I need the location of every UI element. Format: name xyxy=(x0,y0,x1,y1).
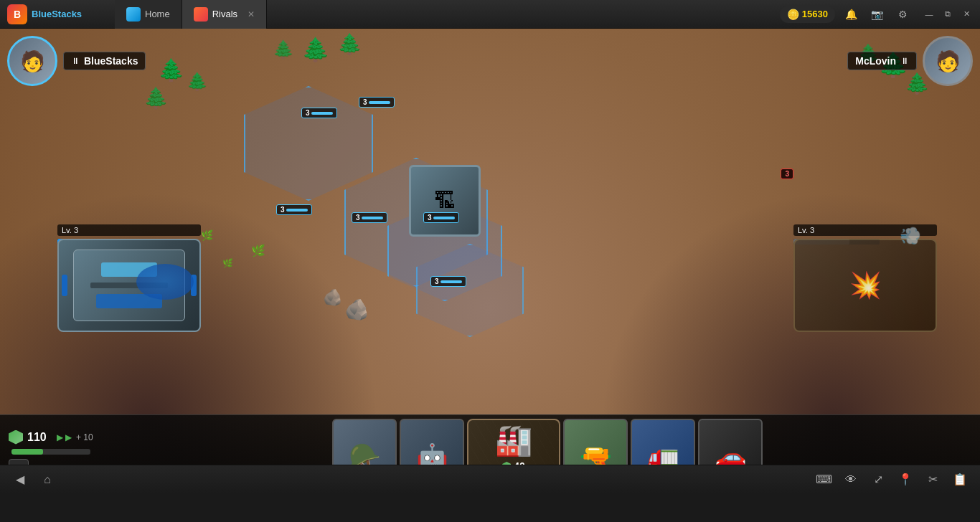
tab-close-btn[interactable]: ✕ xyxy=(248,9,255,19)
taskbar-expand-btn[interactable]: ⤢ xyxy=(867,468,890,491)
taskbar-right-icons: ⌨ 👁 ⤢ 📍 ✂ 📋 xyxy=(812,468,971,491)
minimize-btn[interactable]: — xyxy=(921,6,937,22)
unit-hp-4 xyxy=(362,217,383,219)
unit-badge-1: 3 xyxy=(301,108,337,118)
window-controls: — ⧉ ✕ xyxy=(921,6,974,22)
tree-decor-3: 🌲 xyxy=(143,86,169,110)
bluestacks-icon: B xyxy=(7,4,27,24)
titlebar: B BlueStacks Home Rivals ✕ 🪙 15630 🔔 📷 ⚙… xyxy=(0,0,980,29)
resource-bar-fill xyxy=(11,449,43,455)
resource-play-btns: ▶ ▶ xyxy=(57,432,72,442)
resource-row-main: 110 ▶ ▶ + 10 xyxy=(9,430,106,445)
unit-badge-2: 3 xyxy=(359,97,395,108)
plant-1: 🌿 xyxy=(201,229,213,241)
tree-decor-1: 🌲 xyxy=(158,57,184,82)
pause-icon-left: ⏸ xyxy=(71,56,80,66)
enemy-unit-badge: 3 xyxy=(781,169,793,179)
right-base-building: 💥 💨 xyxy=(793,239,937,332)
right-base-area: Lv. 3 💥 💨 xyxy=(793,224,937,332)
unit-count-5: 3 xyxy=(428,214,432,222)
tree-top-2: 🌲 xyxy=(337,32,362,56)
unit-count-6: 3 xyxy=(435,277,439,285)
resource-value: 110 xyxy=(27,431,52,444)
gem-icon-main xyxy=(9,430,23,445)
tab-rivals-label: Rivals xyxy=(212,9,237,19)
game-area[interactable]: 🌲 🌲 🌲 🌲 🌲 🌲 🌲 🌲 🌲 Lv. 3 xyxy=(0,29,980,493)
rocks-center: 🪨 xyxy=(344,298,369,321)
tab-home-label: Home xyxy=(145,9,170,19)
play-icon-1[interactable]: ▶ xyxy=(57,432,63,442)
unit-hp-6 xyxy=(440,280,462,283)
war-factory-art: 🏭 xyxy=(495,422,532,457)
unit-hp-3 xyxy=(286,209,308,212)
central-tower: 🏗 xyxy=(409,165,481,237)
resource-rate: + 10 xyxy=(76,432,93,442)
coin-icon: 🪙 xyxy=(787,9,799,20)
taskbar-location-btn[interactable]: 📍 xyxy=(894,468,917,491)
notification-btn[interactable]: 🔔 xyxy=(841,4,861,24)
plant-3: 🌿 xyxy=(251,244,265,257)
taskbar-back-btn[interactable]: ◀ xyxy=(9,468,32,491)
taskbar-clipboard-btn[interactable]: 📋 xyxy=(948,468,971,491)
left-level-label: Lv. 3 xyxy=(57,224,201,236)
player-right-name-badge: McLovin ⏸ xyxy=(847,52,917,70)
unit-badge-6: 3 xyxy=(430,276,466,287)
unit-count-4: 3 xyxy=(356,214,360,222)
player-hud-left: 🧑 ⏸ BlueStacks xyxy=(7,36,146,86)
taskbar-eye-btn[interactable]: 👁 xyxy=(839,468,862,491)
unit-count-2: 3 xyxy=(363,98,367,106)
tab-rivals[interactable]: Rivals ✕ xyxy=(182,0,267,29)
taskbar-scissors-btn[interactable]: ✂ xyxy=(921,468,944,491)
unit-hp-2 xyxy=(369,101,390,104)
player-left-avatar: 🧑 xyxy=(7,36,57,86)
enemy-unit-count: 3 xyxy=(785,170,789,178)
player-right-name: McLovin xyxy=(855,55,896,67)
taskbar-home-btn[interactable]: ⌂ xyxy=(36,468,59,491)
play-icon-2[interactable]: ▶ xyxy=(65,432,72,442)
building-light-left xyxy=(62,275,67,296)
tree-top-1: 🌲 xyxy=(301,36,330,63)
unit-badge-4: 3 xyxy=(352,212,387,223)
plant-2: 🌿 xyxy=(222,258,233,268)
unit-hp-1 xyxy=(311,112,333,115)
coin-display: 🪙 15630 xyxy=(780,6,835,23)
pause-icon-right: ⏸ xyxy=(900,56,909,66)
settings-btn[interactable]: ⚙ xyxy=(892,4,913,24)
coin-amount: 15630 xyxy=(802,9,828,19)
player-left-name: BlueStacks xyxy=(84,55,138,67)
player-right-avatar: 🧑 xyxy=(923,36,973,86)
unit-hp-5 xyxy=(433,217,455,219)
close-btn[interactable]: ✕ xyxy=(958,6,974,22)
unit-badge-5: 3 xyxy=(423,212,459,223)
tree-top-3: 🌲 xyxy=(273,39,294,60)
tab-home[interactable]: Home xyxy=(115,0,182,29)
titlebar-right: 🪙 15630 🔔 📷 ⚙ — ⧉ ✕ xyxy=(780,4,980,24)
unit-count-3: 3 xyxy=(281,206,285,214)
app-name: BlueStacks xyxy=(32,9,82,19)
app-logo-area: B BlueStacks xyxy=(0,4,115,24)
resource-bar-outer xyxy=(11,449,90,455)
taskbar-keyboard-btn[interactable]: ⌨ xyxy=(812,468,835,491)
smoke-effect: 💨 xyxy=(900,226,921,246)
player-left-name-badge: ⏸ BlueStacks xyxy=(63,52,146,70)
hex-tile-1 xyxy=(244,86,373,201)
unit-count-1: 3 xyxy=(306,109,310,117)
unit-badge-3: 3 xyxy=(276,204,312,215)
game-canvas[interactable]: 🌲 🌲 🌲 🌲 🌲 🌲 🌲 🌲 🌲 Lv. 3 xyxy=(0,29,980,414)
home-tab-icon xyxy=(126,7,141,22)
water-pond xyxy=(136,264,194,300)
taskbar: ◀ ⌂ ⌨ 👁 ⤢ 📍 ✂ 📋 xyxy=(0,465,980,493)
rivals-tab-icon xyxy=(194,7,208,22)
rocks-center-2: 🪨 xyxy=(323,288,342,307)
player-hud-right: McLovin ⏸ 🧑 xyxy=(847,36,973,86)
restore-btn[interactable]: ⧉ xyxy=(940,6,956,22)
camera-btn[interactable]: 📷 xyxy=(867,4,887,24)
tree-decor-2: 🌲 xyxy=(187,72,208,92)
